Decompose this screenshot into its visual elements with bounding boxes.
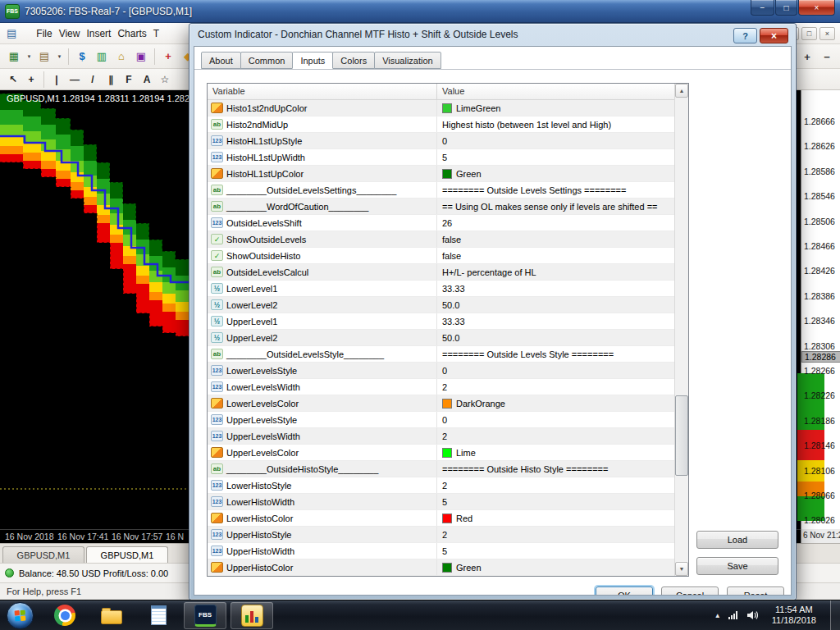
- tab-common[interactable]: Common: [240, 52, 294, 69]
- table-row[interactable]: ab________OutsideLevelsSettings________=…: [208, 182, 674, 199]
- scroll-up-arrow[interactable]: ▲: [675, 84, 688, 98]
- table-row[interactable]: 123UpperLevelsWidth2: [208, 428, 674, 445]
- taskbar-item-explorer[interactable]: [90, 602, 133, 629]
- notepad-icon: [151, 605, 167, 625]
- value-cell: 5: [437, 543, 674, 559]
- terminal-icon[interactable]: ▣: [131, 47, 151, 66]
- new-order-icon[interactable]: +: [158, 47, 178, 66]
- cancel-button[interactable]: Cancel: [661, 587, 719, 596]
- taskbar-item-notepad[interactable]: [137, 602, 180, 629]
- table-row[interactable]: ½UpperLevel250.0: [208, 330, 674, 346]
- table-row[interactable]: 123LowerHistoWidth5: [208, 494, 674, 510]
- table-row[interactable]: HistoHL1stUpColorGreen: [208, 166, 674, 182]
- taskbar-item-fbs[interactable]: FBS: [184, 602, 226, 629]
- time-label: 16 Nov 17:41: [57, 532, 108, 541]
- new-chart-dropdown-icon[interactable]: ▼: [24, 47, 34, 66]
- tab-colors[interactable]: Colors: [332, 52, 375, 69]
- variable-value: ======== Outside Histo Style ========: [442, 464, 608, 474]
- network-icon[interactable]: [728, 611, 739, 619]
- table-row[interactable]: ab________OutsideHistoStyle________=====…: [208, 461, 674, 477]
- table-row[interactable]: UpperHistoColorGreen: [208, 559, 674, 576]
- maximize-button[interactable]: □: [775, 0, 797, 16]
- menu-item-charts[interactable]: Charts: [114, 26, 149, 41]
- start-button[interactable]: [7, 602, 34, 629]
- close-button[interactable]: ×: [798, 0, 835, 16]
- table-row[interactable]: UpperLevelsColorLime: [208, 445, 674, 461]
- price-axis[interactable]: 1.28286 1.286661.286261.285861.285461.28…: [801, 90, 840, 529]
- table-row[interactable]: ½UpperLevel133.33: [208, 313, 674, 330]
- show-desktop-button[interactable]: [830, 600, 840, 630]
- price-label: 1.28666: [801, 116, 840, 126]
- table-row[interactable]: abOutsideLevelsCalculH+/L- percentage of…: [208, 264, 674, 281]
- minimize-button[interactable]: −: [751, 0, 774, 16]
- load-button[interactable]: Load: [696, 531, 778, 549]
- child-restore-button[interactable]: □: [801, 27, 817, 40]
- menu-item-t[interactable]: T: [150, 26, 162, 41]
- scrollbar-thumb[interactable]: [675, 395, 688, 476]
- cursor-icon[interactable]: ↖: [4, 71, 22, 89]
- table-row[interactable]: 123HistoHL1stUpWidth5: [208, 149, 674, 166]
- horizontal-line-icon[interactable]: —: [66, 71, 84, 89]
- vertical-line-icon[interactable]: |: [48, 71, 66, 89]
- table-row[interactable]: 123HistoHL1stUpStyle0: [208, 133, 674, 149]
- table-row[interactable]: ab________OutsideLevelsStyle________====…: [208, 346, 674, 363]
- table-row[interactable]: LowerHistoColorRed: [208, 510, 674, 527]
- menu-item-file[interactable]: File: [33, 26, 55, 41]
- price-label: 1.28306: [801, 341, 840, 351]
- table-row[interactable]: 123LowerLevelsStyle0: [208, 363, 674, 379]
- reset-button[interactable]: Reset: [727, 587, 784, 596]
- tab-inputs[interactable]: Inputs: [292, 52, 333, 69]
- table-row[interactable]: 123UpperHistoStyle2: [208, 527, 674, 543]
- table-row[interactable]: ✓ShowOutsideHistofalse: [208, 248, 674, 264]
- new-chart-icon[interactable]: ▦: [4, 47, 24, 66]
- chart-tab[interactable]: GBPUSD,M1: [2, 546, 84, 563]
- table-row[interactable]: ab________WordOfCaution________== Using …: [208, 199, 674, 215]
- dialog-help-button[interactable]: ?: [733, 28, 757, 43]
- tray-expand-icon[interactable]: ▲: [714, 612, 721, 619]
- tab-about[interactable]: About: [201, 52, 241, 69]
- table-row[interactable]: Histo1st2ndUpColorLimeGreen: [208, 100, 674, 116]
- taskbar-clock[interactable]: 11:54 AM 11/18/2018: [765, 605, 823, 626]
- navigator-icon[interactable]: ⌂: [112, 47, 131, 66]
- price-label: 1.28146: [801, 441, 840, 450]
- price-label: 1.28186: [801, 416, 840, 426]
- table-row[interactable]: ✓ShowOutsideLevelsfalse: [208, 231, 674, 248]
- tab-visualization[interactable]: Visualization: [374, 52, 441, 69]
- table-row[interactable]: 123UpperHistoWidth5: [208, 543, 674, 559]
- zoom-out-icon[interactable]: −: [817, 47, 837, 66]
- text-label-icon[interactable]: A: [138, 71, 156, 89]
- chart-tab[interactable]: GBPUSD,M1: [86, 546, 168, 563]
- variable-value: 50.0: [442, 300, 459, 310]
- table-row[interactable]: ½LowerLevel133.33: [208, 281, 674, 297]
- table-row[interactable]: ½LowerLevel250.0: [208, 297, 674, 313]
- equidistant-channel-icon[interactable]: ∥: [102, 71, 120, 89]
- taskbar-item-metatrader[interactable]: [231, 602, 273, 629]
- scroll-down-arrow[interactable]: ▼: [675, 562, 688, 576]
- save-button[interactable]: Save: [696, 557, 778, 575]
- table-row[interactable]: LowerLevelsColorDarkOrange: [208, 395, 674, 412]
- ok-button[interactable]: OK: [596, 587, 653, 596]
- trendline-icon[interactable]: /: [84, 71, 102, 89]
- zoom-in-icon[interactable]: +: [797, 47, 817, 66]
- volume-icon[interactable]: [746, 610, 758, 620]
- table-row[interactable]: 123OutsideLevelsShift26: [208, 215, 674, 231]
- variable-cell: ½LowerLevel1: [208, 281, 437, 296]
- child-close-button[interactable]: ×: [819, 27, 835, 40]
- crosshair-icon[interactable]: +: [22, 71, 40, 89]
- table-row[interactable]: 123LowerLevelsWidth2: [208, 379, 674, 395]
- table-row[interactable]: abHisto2ndMidUpHighest histo (between 1s…: [208, 116, 674, 133]
- market-watch-icon[interactable]: $: [72, 47, 92, 66]
- arrows-icon[interactable]: ☆: [156, 71, 174, 89]
- taskbar-item-chrome[interactable]: [43, 602, 86, 629]
- profiles-dropdown-icon[interactable]: ▼: [54, 47, 65, 66]
- menu-item-insert[interactable]: Insert: [83, 26, 114, 41]
- fibonacci-icon[interactable]: F: [120, 71, 138, 89]
- profiles-icon[interactable]: ▤: [34, 47, 54, 66]
- dialog-close-button[interactable]: ×: [760, 28, 788, 43]
- data-window-icon[interactable]: ▥: [92, 47, 112, 66]
- table-row[interactable]: 123LowerHistoStyle2: [208, 477, 674, 494]
- menu-item-view[interactable]: View: [56, 26, 84, 41]
- table-scrollbar[interactable]: ▲ ▼: [674, 84, 688, 576]
- variable-value: 2: [442, 481, 447, 491]
- table-row[interactable]: 123UpperLevelsStyle0: [208, 412, 674, 428]
